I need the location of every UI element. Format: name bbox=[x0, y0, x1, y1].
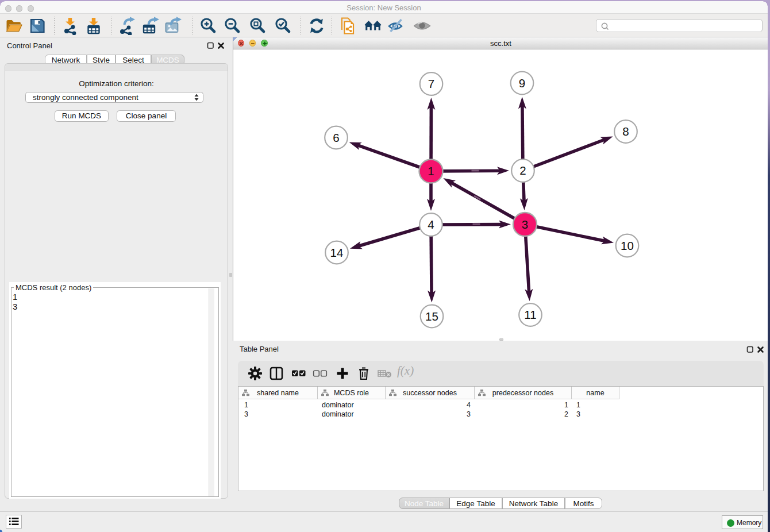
svg-text:14: 14 bbox=[330, 246, 344, 259]
svg-text:1: 1 bbox=[428, 164, 434, 178]
svg-text:15: 15 bbox=[425, 310, 438, 323]
svg-text:7: 7 bbox=[428, 77, 434, 90]
svg-text:9: 9 bbox=[519, 76, 525, 90]
svg-text:6: 6 bbox=[333, 131, 339, 144]
svg-text:11: 11 bbox=[524, 308, 536, 321]
svg-text:10: 10 bbox=[621, 239, 634, 252]
svg-text:8: 8 bbox=[622, 125, 629, 138]
svg-text:3: 3 bbox=[522, 218, 528, 231]
svg-text:4: 4 bbox=[428, 218, 434, 231]
svg-text:2: 2 bbox=[519, 164, 526, 177]
